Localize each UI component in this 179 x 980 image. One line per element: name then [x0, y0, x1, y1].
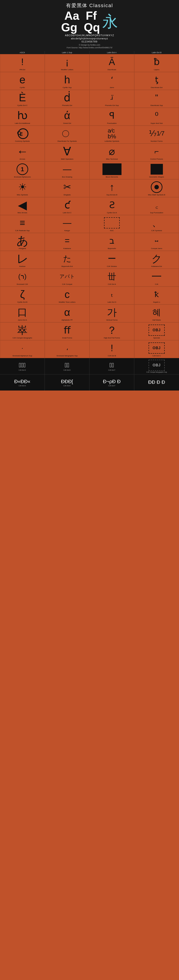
font-title: 有爱黑体 Classical [0, 2, 179, 9]
glyph-char: È [1, 91, 44, 104]
glyph-cell: Ā Diacriticals [90, 54, 134, 72]
glyph-cell: ɹ̈ Phonetic Ext Sup [90, 90, 134, 108]
glyph-label: CJK Compat Ideographs [13, 337, 32, 339]
glyph-cell: ⌐ Control Pictures [134, 143, 179, 161]
glyph-char: — [46, 163, 88, 175]
bottom-cell: 𰀀𱍟 CJK Ext F [90, 358, 134, 374]
glyph-cell: ﬀ Small Forms [45, 322, 90, 340]
glyph-cell: 丗 CJK Ext A [90, 269, 134, 286]
glyph-char: ζ [1, 288, 44, 301]
glyph-char: 丗 [91, 270, 133, 283]
glyph-char: ⌀ [91, 145, 133, 158]
glyph-cell: ά Greek Ext [45, 108, 90, 126]
glyph-cell: OBJ Specials [134, 322, 179, 340]
glyph-cell: ḋ Phonetic Ext [45, 90, 90, 108]
glyph-label: Cyrillic [20, 86, 25, 89]
glyph-cell: e Cyrillic [0, 72, 45, 90]
glyph-char: ב [91, 234, 133, 247]
glyph-char: 崒 [1, 324, 44, 336]
header: 有爱黑体 Classical Aa FfGg Qq 永 ABCDEFGHIJKL… [0, 0, 179, 51]
glyph-cell: ₜ Latin Ext D [90, 286, 134, 304]
glyph-cell: ƀ Lepers [134, 54, 179, 72]
circle-number: 1 [16, 164, 28, 175]
glyph-cell: あ Hiragana [0, 233, 45, 251]
glyph-char: ! [1, 56, 44, 68]
bottom-cell: ÐĐĐ[ CJK Ext E [45, 374, 90, 391]
glyph-char: ƕ [1, 109, 44, 122]
glyph-label: IPA Ext [19, 68, 25, 71]
glyph-cell: ꟼ Punctuation [90, 108, 134, 126]
glyph-cell: た Bopomofo Ext [45, 251, 90, 269]
glyph-label: Jamo [110, 86, 114, 89]
header-glyphs: Aa FfGg Qq 永 [0, 10, 179, 33]
glyph-char: ☀ [1, 181, 44, 193]
glyph-label: Enclosed Alphanum Sup [13, 355, 32, 357]
bottom-label: CJK Ext E [64, 369, 71, 371]
glyph-label: Currency Symbols [15, 140, 30, 142]
target-inner [154, 185, 159, 189]
bottom-glyph: 𫝀𯟿 [65, 362, 69, 369]
sun-glyph: ☀ [18, 182, 27, 192]
glyph-char: ₠ [1, 127, 44, 140]
glyph-cell: ∀ Math Operators [45, 143, 90, 161]
bottom-glyph: Ð«ĐĐ« [14, 379, 30, 385]
glyph-cell: ꜀ Sup Punctuation [134, 197, 179, 215]
glyph-cell: 혜 Half Marks [134, 304, 179, 322]
glyph-label: CJK Radicals Sup [15, 229, 30, 232]
glyph-cell: a⁄cb% Letterlike Symbols [90, 126, 134, 143]
glyph-char: ◀ [1, 199, 44, 211]
glyph-label: Misc Technical [106, 158, 118, 160]
glyph-cell: — Box Drawing [45, 161, 90, 179]
glyph-label: Sup Arrows B [107, 194, 117, 196]
glyph-char: アパト [46, 270, 88, 283]
glyph-label: Diacriticals [108, 68, 117, 71]
glyph-cell: アパト CJK Compat [45, 269, 90, 286]
glyph-char: ḋ [46, 91, 88, 104]
glyph-char: Ā [91, 56, 133, 68]
glyph-char: 、 [135, 216, 178, 229]
header-numbers: 0123456789 [0, 40, 179, 43]
glyph-label: Math Operators [61, 158, 74, 160]
svg-text:₠: ₠ [17, 130, 22, 137]
glyph-char: " [135, 91, 178, 104]
glyph-cell: " Diacriticals Sup [134, 90, 179, 108]
glyph-cell: ʻ Jamo [90, 72, 134, 90]
glyph-label: Diacriticals For Symbols [58, 140, 77, 142]
glyph-label: CJK Strokes [107, 265, 117, 267]
glyph-char: ≡ [1, 216, 44, 229]
block-rect-large [102, 164, 121, 175]
glyph-char: ⌐ [135, 145, 178, 158]
glyph-char: e [1, 73, 44, 86]
glyph-label: Dingbats [64, 194, 71, 196]
glyph-cell: ⃝ Diacriticals For Symbols [45, 126, 90, 143]
glyph-label: Control Pictures [150, 158, 163, 160]
glyph-label: Katakana [63, 247, 71, 250]
glyph-cell: Block Elements [90, 161, 134, 179]
glyph-char: ✂ [46, 181, 88, 193]
alphabet-upper: ABCDEFGHIJKLMNOPQRSTUVWXYZ [0, 34, 179, 37]
bottom-label: CJK Ext E [64, 385, 71, 387]
glyph-cell: ، Enclosed Ideographic Sup [45, 340, 90, 358]
glyph-char: ά [46, 109, 88, 122]
glyph-char: a⁄cb% [91, 127, 133, 140]
glyph-label: Kanbun [19, 265, 26, 267]
glyph-label: Kangxi [64, 229, 70, 232]
bottom-bar-2: Ð«ĐĐ« CJK Ext D ÐĐĐ[ CJK Ext E Ð¬ρÐ Ð CJ… [0, 374, 179, 391]
glyph-cell: ꝁ Kayah Li [134, 286, 179, 304]
glyph-label: Geometric Shapes [149, 176, 164, 178]
glyph-char: ¡ [46, 56, 88, 68]
glyph-char: 1 [1, 163, 44, 175]
glyph-cell: ー CJK Strokes [90, 251, 134, 269]
column-headers: ASCII Latin 1 Sup Latin Ext A Latin Ext … [0, 51, 179, 54]
glyph-cell: レ Kanbun [0, 251, 45, 269]
glyph-label: Bopomofo Ext [62, 265, 73, 267]
glyph-char: = [46, 234, 88, 247]
glyph-label: Compat Jamo [151, 247, 162, 250]
col-header-latinexta: Latin Ext A [90, 51, 134, 54]
glyph-label: Super And Sub [150, 122, 163, 124]
glyph-cell: α Alphabetic PF [45, 304, 90, 322]
glyph-char [135, 181, 178, 193]
glyph-char: ɹ̈ [91, 91, 133, 104]
glyph-label: CJK Ext A [108, 283, 116, 285]
glyph-label: Latin Ext D [107, 301, 116, 303]
